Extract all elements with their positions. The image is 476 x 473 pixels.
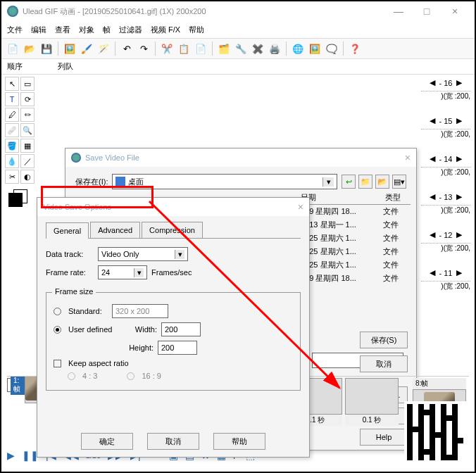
brush-icon[interactable]: 🖊: [5, 108, 19, 122]
new-folder-icon[interactable]: 📂: [375, 175, 389, 189]
play-icon[interactable]: ▶: [7, 450, 15, 461]
help-icon[interactable]: ❓: [348, 42, 362, 56]
file-row[interactable]: /5/13 星期一 1...文件: [298, 218, 411, 232]
copy-icon[interactable]: 📋: [177, 42, 191, 56]
undo-icon[interactable]: ↶: [120, 42, 134, 56]
maximize-button[interactable]: □: [413, 6, 441, 17]
tool-icon[interactable]: 🖼️: [63, 42, 77, 56]
chevron-down-icon[interactable]: ▾: [322, 177, 334, 187]
col-date[interactable]: 日期: [301, 192, 368, 203]
file-row[interactable]: /5/25 星期六 1...文件: [298, 245, 411, 258]
tool-icon[interactable]: 🪄: [96, 42, 111, 56]
rotate-icon[interactable]: ⟳: [20, 92, 35, 106]
ratio-169-radio: [127, 372, 134, 380]
title-bar: Ulead GIF 动画 - [20190525010641.gif] (1X)…: [1, 1, 475, 21]
menu-view[interactable]: 查看: [55, 25, 70, 35]
menu-frame[interactable]: 帧: [103, 25, 111, 35]
picker-icon[interactable]: 💧: [5, 154, 19, 168]
dialog-title-bar[interactable]: Save Video File ×: [65, 149, 416, 167]
tab-bar: General Advanced Compression: [46, 222, 301, 239]
tool-icon[interactable]: ✖️: [251, 42, 265, 56]
datatrack-label: Data track:: [46, 250, 94, 258]
tool-icon[interactable]: 🖨️: [268, 42, 282, 56]
tool-icon[interactable]: 🖼️: [308, 42, 322, 56]
close-button[interactable]: ×: [441, 6, 469, 17]
app-icon: [7, 6, 18, 17]
menu-videofx[interactable]: 视频 F/X: [151, 25, 180, 35]
new-icon[interactable]: 📄: [6, 42, 20, 56]
width-input[interactable]: 200: [161, 322, 201, 336]
frame-pager: ◀- 16▶ )(宽 :200, ◀- 15▶ )(宽 :200, ◀- 14▶…: [421, 75, 470, 291]
back-icon[interactable]: ↩: [342, 175, 356, 189]
cut-icon[interactable]: ✂️: [160, 42, 174, 56]
menu-edit[interactable]: 编辑: [31, 25, 46, 35]
file-row[interactable]: /5/25 星期六 1...文件: [298, 232, 411, 245]
shape-icon[interactable]: ◐: [20, 170, 35, 184]
prev-frame-icon[interactable]: ◀: [430, 78, 435, 87]
chevron-down-icon[interactable]: ▾: [134, 268, 144, 277]
text-icon[interactable]: T: [5, 92, 19, 106]
ok-button[interactable]: 确定: [81, 433, 133, 450]
next-frame-icon[interactable]: ▶: [456, 78, 462, 87]
dialog-title: Video Save Options: [43, 203, 111, 211]
ratio-43-label: 4 : 3: [82, 372, 97, 380]
minimize-button[interactable]: —: [384, 6, 413, 17]
menu-filter[interactable]: 过滤器: [119, 25, 142, 35]
zoom-icon[interactable]: 🔍: [20, 123, 35, 137]
fieldset-legend: Frame size: [52, 287, 96, 296]
tool-icon[interactable]: 🗂️: [217, 42, 231, 56]
dialog-close-icon[interactable]: ×: [405, 152, 411, 163]
paste-icon[interactable]: 📄: [194, 42, 208, 56]
tab-advanced[interactable]: Advanced: [90, 222, 140, 238]
cancel-button[interactable]: 取消: [147, 433, 199, 450]
height-input[interactable]: 200: [158, 341, 197, 355]
menu-help[interactable]: 帮助: [189, 25, 204, 35]
width-label: Width:: [129, 325, 157, 334]
lookin-combo[interactable]: 桌面 ▾: [112, 174, 337, 189]
ratio-43-radio: [68, 372, 75, 380]
userdefined-radio[interactable]: [54, 326, 61, 334]
menu-object[interactable]: 对象: [79, 25, 94, 35]
file-row[interactable]: /5/9 星期四 18...文件: [298, 205, 411, 218]
tool-icon[interactable]: 🗨️: [325, 42, 339, 56]
dialog-title-bar[interactable]: Video Save Options ×: [37, 198, 309, 216]
fill-icon[interactable]: 🪣: [5, 139, 19, 153]
height-label: Height:: [125, 343, 154, 352]
up-folder-icon[interactable]: 📁: [358, 175, 372, 189]
select-icon[interactable]: ▭: [20, 77, 35, 91]
cancel-button[interactable]: 取消: [360, 355, 408, 372]
redo-icon[interactable]: ↷: [137, 42, 151, 56]
tab-general[interactable]: General: [46, 222, 89, 239]
open-icon[interactable]: 📂: [23, 42, 37, 56]
crop-icon[interactable]: ✂: [5, 170, 19, 184]
rect-icon[interactable]: ▦: [20, 139, 35, 153]
pencil-icon[interactable]: ✏: [20, 108, 35, 122]
datatrack-select[interactable]: Video Only ▾: [98, 247, 188, 261]
help-button[interactable]: 帮助: [213, 433, 265, 450]
frame-thumbnail[interactable]: 0.1 秒: [345, 378, 399, 426]
file-row[interactable]: /5/25 星期六 1...文件: [298, 258, 411, 272]
chevron-down-icon[interactable]: ▾: [175, 250, 184, 259]
menu-file[interactable]: 文件: [7, 25, 23, 35]
tool-icon[interactable]: 🖌️: [80, 42, 94, 56]
frame-size-fieldset: Frame size Standard: 320 x 200 User defi…: [46, 292, 301, 391]
save-button[interactable]: 保存(S): [360, 332, 408, 348]
col-type[interactable]: 类型: [385, 192, 408, 203]
tab-compression[interactable]: Compression: [142, 222, 203, 238]
tool-icon[interactable]: 🔧: [234, 42, 248, 56]
eraser-icon[interactable]: 🩹: [5, 123, 19, 137]
file-row[interactable]: /5/9 星期四 18...文件: [298, 272, 411, 285]
userdefined-label: User defined: [68, 325, 125, 334]
standard-radio[interactable]: [54, 308, 61, 315]
line-icon[interactable]: ／: [20, 154, 35, 168]
pointer-icon[interactable]: ↖: [5, 77, 19, 91]
save-icon[interactable]: 💾: [39, 42, 54, 56]
framerate-select[interactable]: 24 ▾: [98, 265, 147, 279]
dialog-close-icon[interactable]: ×: [298, 201, 303, 213]
web-icon[interactable]: 🌐: [291, 42, 305, 56]
view-mode-icon[interactable]: ▤▾: [392, 175, 406, 189]
dialog-icon: [71, 153, 81, 163]
color-swatch[interactable]: [5, 189, 33, 209]
keep-aspect-checkbox[interactable]: [54, 360, 61, 367]
framerate-unit: Frames/sec: [151, 268, 192, 277]
